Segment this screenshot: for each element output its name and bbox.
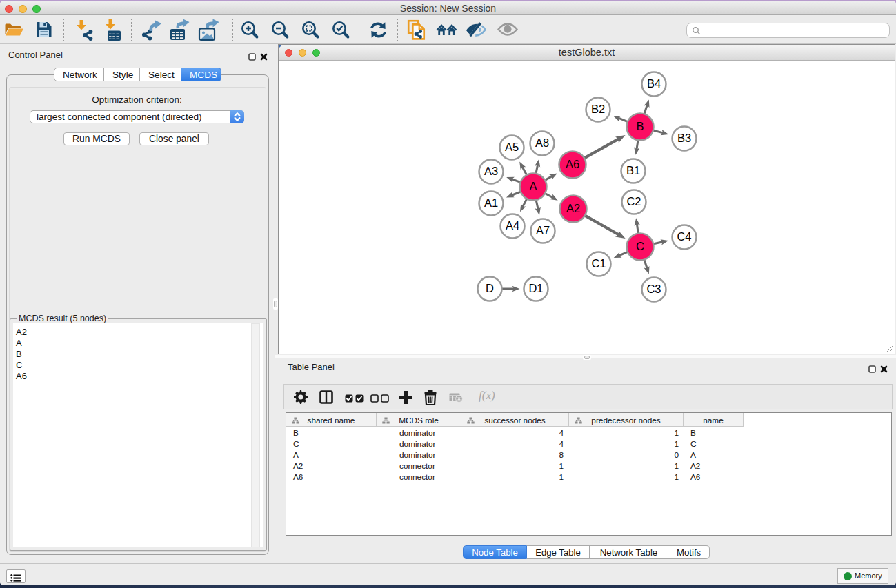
svg-text:C2: C2 [626, 195, 641, 207]
svg-text:C3: C3 [646, 283, 661, 295]
svg-text:A8: A8 [535, 136, 549, 149]
svg-text:A2: A2 [566, 202, 580, 214]
svg-text:D1: D1 [528, 282, 543, 294]
svg-text:B2: B2 [591, 103, 605, 115]
svg-text:A: A [529, 180, 537, 192]
svg-text:C1: C1 [591, 257, 606, 270]
svg-text:A5: A5 [505, 141, 519, 153]
svg-text:A1: A1 [484, 196, 498, 209]
svg-text:A4: A4 [506, 219, 519, 232]
svg-text:B: B [636, 120, 644, 132]
svg-text:B4: B4 [647, 77, 661, 90]
svg-text:A6: A6 [566, 158, 579, 170]
svg-text:C4: C4 [677, 230, 691, 243]
svg-text:A7: A7 [536, 224, 550, 236]
svg-text:B1: B1 [626, 164, 640, 176]
svg-text:D: D [486, 282, 494, 294]
svg-text:A3: A3 [484, 165, 498, 177]
svg-text:C: C [636, 240, 644, 252]
svg-text:B3: B3 [677, 132, 691, 144]
